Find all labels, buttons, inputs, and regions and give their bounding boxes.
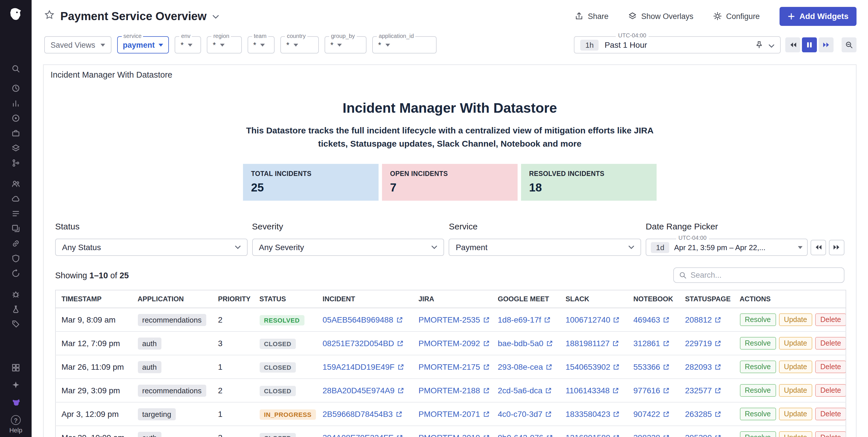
zoom-out-button[interactable] — [842, 37, 857, 52]
favorite-star-icon[interactable] — [44, 10, 55, 23]
statuspage-link[interactable]: 263285 — [685, 409, 721, 418]
statuspage-link[interactable]: 282093 — [685, 362, 721, 372]
date-back-button[interactable] — [811, 239, 826, 255]
sidebar-item-community[interactable] — [0, 176, 32, 191]
google-meet-link[interactable]: 4c0-c70-3d7 — [498, 409, 552, 418]
column-header[interactable]: GOOGLE MEET — [492, 290, 560, 308]
sidebar-item-error-tracking[interactable] — [0, 286, 32, 301]
notebook-link[interactable]: 469463 — [633, 315, 669, 324]
time-range-picker[interactable]: UTC-04:00 1h Past 1 Hour — [574, 36, 781, 54]
update-button[interactable]: Update — [779, 384, 812, 397]
datadog-logo[interactable] — [0, 0, 32, 29]
slack-link[interactable]: 1881981127 — [565, 339, 619, 348]
statuspage-link[interactable]: 208812 — [685, 315, 721, 324]
jira-link[interactable]: PMORTEM-2071 — [418, 409, 489, 418]
sidebar-item-rum[interactable] — [0, 221, 32, 236]
sidebar-item-ci[interactable] — [0, 266, 32, 281]
column-header[interactable]: JIRA — [413, 290, 492, 308]
google-meet-link[interactable]: 9b0-642-076 — [498, 433, 553, 437]
filter-team[interactable]: team* — [247, 36, 275, 54]
jira-link[interactable]: PMORTEM-2535 — [418, 315, 489, 324]
column-header[interactable]: STATUS — [254, 290, 317, 308]
delete-button[interactable]: Delete — [815, 384, 846, 397]
resolve-button[interactable]: Resolve — [740, 384, 776, 397]
filter-service[interactable]: servicepayment — [117, 36, 169, 54]
sidebar-item-watchdog[interactable] — [0, 81, 32, 95]
delete-button[interactable]: Delete — [815, 431, 846, 437]
sidebar-item-infrastructure[interactable] — [0, 140, 32, 155]
sidebar-item-labs[interactable] — [0, 301, 32, 316]
jira-link[interactable]: PMORTEM-2175 — [418, 362, 489, 372]
sidebar-item-apm[interactable] — [0, 125, 32, 140]
search-input[interactable] — [690, 271, 839, 280]
time-back-button[interactable] — [785, 37, 800, 52]
filter-region[interactable]: region* — [207, 36, 242, 54]
pause-button[interactable] — [802, 37, 817, 52]
notebook-link[interactable]: 553366 — [633, 362, 669, 372]
severity-select[interactable]: Any Severity — [252, 239, 444, 256]
status-select[interactable]: Any Status — [55, 239, 247, 256]
filter-country[interactable]: country* — [281, 36, 319, 54]
column-header[interactable]: APPLICATION — [132, 290, 212, 308]
slack-link[interactable]: 1833580423 — [565, 409, 620, 418]
show-overlays-button[interactable]: Show Overlays — [628, 11, 693, 21]
statuspage-link[interactable]: 295390 — [685, 433, 721, 437]
column-header[interactable]: SLACK — [560, 290, 628, 308]
time-chevron-icon[interactable] — [769, 40, 774, 50]
date-range-picker[interactable]: UTC-04:00 1d Apr 21, 3:59 pm – Apr 22,..… — [646, 239, 808, 256]
column-header[interactable]: TIMESTAMP — [56, 290, 132, 308]
filter-env[interactable]: env* — [175, 36, 202, 54]
statuspage-link[interactable]: 229719 — [685, 339, 721, 348]
column-header[interactable]: ACTIONS — [734, 290, 846, 308]
sidebar-item-help[interactable]: ? Help — [9, 415, 22, 434]
date-forward-button[interactable] — [829, 239, 844, 255]
resolve-button[interactable]: Resolve — [740, 313, 776, 326]
resolve-button[interactable]: Resolve — [740, 408, 776, 420]
sidebar-item-dashboards[interactable] — [0, 95, 32, 110]
filter-group_by[interactable]: group_by* — [324, 36, 367, 54]
sidebar-item-synthetics[interactable] — [0, 236, 32, 251]
sidebar-item-logs[interactable] — [0, 206, 32, 221]
sidebar-item-integrations[interactable] — [0, 359, 32, 376]
notebook-link[interactable]: 907422 — [633, 409, 669, 418]
slack-link[interactable]: 1216801589 — [565, 433, 620, 437]
incident-link[interactable]: 08251E732D054BD — [322, 339, 403, 348]
slack-link[interactable]: 1006712740 — [565, 315, 620, 324]
resolve-button[interactable]: Resolve — [740, 431, 776, 437]
configure-button[interactable]: Configure — [713, 11, 760, 21]
delete-button[interactable]: Delete — [815, 313, 846, 326]
incident-link[interactable]: 05AEB564B969488 — [322, 315, 402, 324]
share-button[interactable]: Share — [575, 11, 608, 21]
notebook-link[interactable]: 977616 — [633, 386, 669, 395]
title-chevron-icon[interactable] — [212, 11, 219, 21]
column-header[interactable]: PRIORITY — [212, 290, 254, 308]
google-meet-link[interactable]: 293-08e-cea — [498, 362, 552, 372]
column-header[interactable]: INCIDENT — [317, 290, 413, 308]
update-button[interactable]: Update — [779, 313, 812, 326]
sidebar-item-pipelines[interactable] — [0, 155, 32, 170]
jira-link[interactable]: PMORTEM-2188 — [418, 386, 489, 395]
add-widgets-button[interactable]: Add Widgets — [779, 7, 857, 26]
google-meet-link[interactable]: 1d8-e69-17f — [498, 315, 550, 324]
delete-button[interactable]: Delete — [815, 360, 846, 373]
update-button[interactable]: Update — [779, 360, 812, 373]
update-button[interactable]: Update — [779, 408, 812, 420]
filter-application_id[interactable]: application_id* — [373, 36, 437, 54]
notebook-link[interactable]: 398238 — [633, 433, 669, 437]
sidebar-item-bits[interactable] — [0, 393, 32, 411]
google-meet-link[interactable]: bae-bdb-5a0 — [498, 339, 553, 348]
notebook-link[interactable]: 312861 — [633, 339, 669, 348]
sidebar-item-search[interactable] — [0, 61, 32, 76]
update-button[interactable]: Update — [779, 431, 812, 437]
delete-button[interactable]: Delete — [815, 337, 846, 350]
sidebar-item-serverless[interactable] — [0, 191, 32, 206]
resolve-button[interactable]: Resolve — [740, 360, 776, 373]
resolve-button[interactable]: Resolve — [740, 337, 776, 350]
column-header[interactable]: STATUSPAGE — [679, 290, 734, 308]
sidebar-item-monitors[interactable] — [0, 110, 32, 125]
saved-views-button[interactable]: Saved Views — [44, 36, 112, 54]
slack-link[interactable]: 1106143348 — [565, 386, 619, 395]
slack-link[interactable]: 1540653902 — [565, 362, 620, 372]
jira-link[interactable]: PMORTEM-2092 — [418, 339, 489, 348]
sidebar-item-ai[interactable] — [0, 376, 32, 393]
